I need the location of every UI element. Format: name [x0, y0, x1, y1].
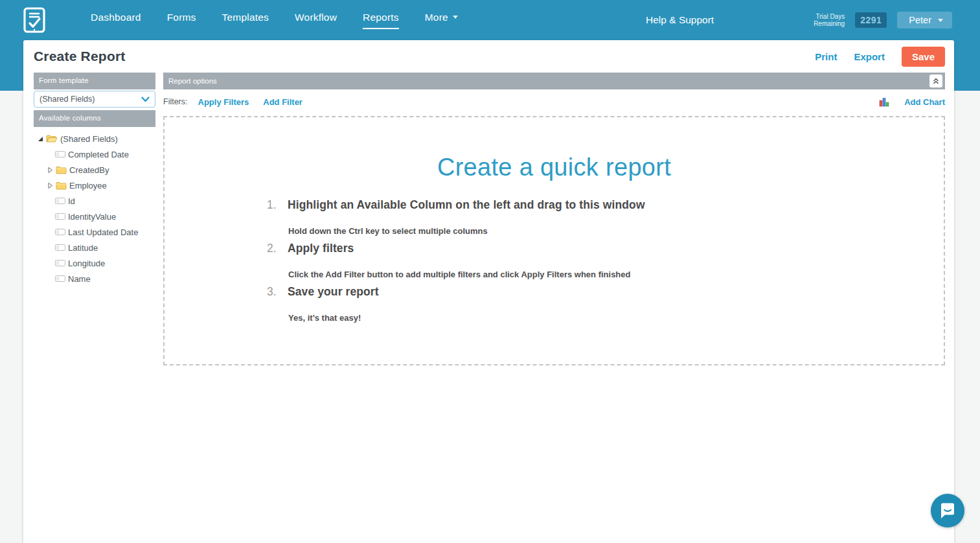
- quick-report-steps: 1. Highlight an Available Column on the …: [267, 198, 944, 329]
- columns-sidebar: Form template (Shared Fields) Available …: [34, 73, 155, 365]
- page-title: Create Report: [34, 49, 125, 64]
- report-builder-panel: Report options Filters: Apply Filters Ad…: [163, 73, 945, 365]
- step-2: 2. Apply filters Click the Add Filter bu…: [267, 242, 944, 285]
- folder-icon: [56, 181, 67, 190]
- folder-open-icon: [46, 134, 58, 143]
- tree-item-id[interactable]: Id: [34, 193, 155, 209]
- field-column-icon: [55, 244, 65, 251]
- apply-filters-button[interactable]: Apply Filters: [198, 97, 249, 107]
- chat-widget-button[interactable]: [931, 494, 964, 527]
- step-subtext: Yes, it’s that easy!: [288, 313, 379, 323]
- step-number: 1.: [267, 198, 282, 242]
- tree-item-label: Longitude: [68, 259, 105, 268]
- tree-item-label: (Shared Fields): [60, 134, 118, 144]
- user-menu-button[interactable]: Peter: [897, 12, 952, 29]
- nav-more[interactable]: More: [425, 12, 458, 29]
- nav-more-label: More: [425, 12, 448, 23]
- step-heading: Apply filters: [288, 242, 630, 255]
- clipboard-check-logo-icon: [23, 7, 45, 33]
- collapse-panel-button[interactable]: [929, 75, 942, 87]
- tree-collapsed-icon[interactable]: [47, 182, 53, 189]
- step-subtext: Hold down the Ctrl key to select multipl…: [288, 226, 645, 236]
- tree-item-label: Id: [68, 196, 75, 206]
- tree-item-longitude[interactable]: Longitude: [34, 255, 155, 271]
- nav-templates[interactable]: Templates: [222, 12, 269, 29]
- help-support-link[interactable]: Help & Support: [646, 14, 714, 26]
- tree-item-label: CreatedBy: [69, 165, 109, 175]
- field-column-icon: [55, 275, 65, 282]
- report-actions: Print Export Save: [815, 47, 945, 67]
- field-column-icon: [55, 198, 65, 204]
- chevron-down-icon: [141, 97, 150, 102]
- add-chart-button[interactable]: Add Chart: [879, 97, 945, 107]
- chat-bubble-icon: [939, 502, 957, 520]
- tree-item-identityvalue[interactable]: IdentityValue: [34, 209, 155, 224]
- tree-item-createdby[interactable]: CreatedBy: [34, 162, 155, 178]
- top-navigation-bar: Dashboard Forms Templates Workflow Repor…: [0, 0, 980, 40]
- trial-days-label: Trial Days Remaining: [802, 13, 845, 28]
- tree-expanded-icon[interactable]: [37, 135, 44, 143]
- folder-icon: [56, 166, 67, 174]
- bar-chart-icon: [879, 97, 890, 107]
- step-heading: Highlight an Available Column on the lef…: [288, 198, 645, 212]
- tree-item-employee[interactable]: Employee: [34, 178, 155, 193]
- add-chart-label: Add Chart: [904, 97, 945, 107]
- tree-collapsed-icon[interactable]: [47, 167, 53, 174]
- available-columns-header: Available columns: [34, 110, 155, 127]
- step-number: 2.: [267, 242, 282, 285]
- step-3: 3. Save your report Yes, it’s that easy!: [267, 285, 944, 329]
- form-template-header: Form template: [34, 73, 155, 89]
- filters-toolbar: Filters: Apply Filters Add Filter Add Ch…: [163, 95, 945, 108]
- primary-nav: Dashboard Forms Templates Workflow Repor…: [91, 12, 458, 29]
- tree-item-label: Last Updated Date: [68, 227, 138, 237]
- export-button[interactable]: Export: [854, 51, 885, 62]
- report-card-header: Create Report Print Export Save: [23, 40, 954, 73]
- trial-days-badge: 2291: [855, 12, 887, 28]
- print-button[interactable]: Print: [815, 51, 837, 62]
- form-template-selected-value: (Shared Fields): [40, 95, 141, 104]
- create-report-card: Create Report Print Export Save Form tem…: [23, 40, 954, 543]
- tree-item-label: Completed Date: [68, 150, 129, 159]
- step-number: 3.: [267, 285, 282, 329]
- report-options-header: Report options: [163, 73, 945, 89]
- field-column-icon: [55, 213, 65, 220]
- tree-item-label: Employee: [69, 181, 107, 191]
- nav-workflow[interactable]: Workflow: [295, 12, 337, 29]
- tree-item-last-updated-date[interactable]: Last Updated Date: [34, 224, 155, 240]
- tree-item-label: Latitude: [68, 243, 98, 253]
- tree-item-completed-date[interactable]: Completed Date: [34, 146, 155, 162]
- tree-item-label: Name: [68, 274, 91, 284]
- form-template-select[interactable]: (Shared Fields): [34, 91, 155, 108]
- nav-forms[interactable]: Forms: [167, 12, 196, 29]
- chevron-down-icon: [453, 16, 458, 19]
- topbar-right-group: Help & Support Trial Days Remaining 2291…: [646, 12, 952, 29]
- step-subtext: Click the Add Filter button to add multi…: [288, 270, 630, 279]
- quick-report-title: Create a quick report: [165, 154, 944, 181]
- save-button[interactable]: Save: [902, 47, 945, 67]
- app-logo[interactable]: [23, 7, 45, 33]
- field-column-icon: [55, 229, 65, 235]
- user-name: Peter: [909, 15, 931, 25]
- tree-item-name[interactable]: Name: [34, 271, 155, 286]
- tree-item-label: IdentityValue: [68, 212, 116, 222]
- add-filter-button[interactable]: Add Filter: [263, 97, 302, 107]
- tree-item-shared-fields[interactable]: (Shared Fields): [34, 131, 155, 146]
- tree-item-latitude[interactable]: Latitude: [34, 240, 155, 255]
- nav-dashboard[interactable]: Dashboard: [91, 12, 141, 29]
- step-heading: Save your report: [288, 285, 379, 299]
- report-drop-zone[interactable]: Create a quick report 1. Highlight an Av…: [163, 116, 945, 365]
- step-1: 1. Highlight an Available Column on the …: [267, 198, 944, 242]
- field-column-icon: [55, 151, 65, 157]
- filters-label: Filters:: [163, 97, 188, 106]
- double-chevron-up-icon: [932, 77, 940, 85]
- nav-reports[interactable]: Reports: [363, 12, 399, 29]
- available-columns-tree: (Shared Fields) Completed Date: [34, 127, 155, 286]
- chevron-down-icon: [938, 19, 943, 22]
- report-options-title: Report options: [168, 77, 217, 85]
- field-column-icon: [55, 260, 65, 266]
